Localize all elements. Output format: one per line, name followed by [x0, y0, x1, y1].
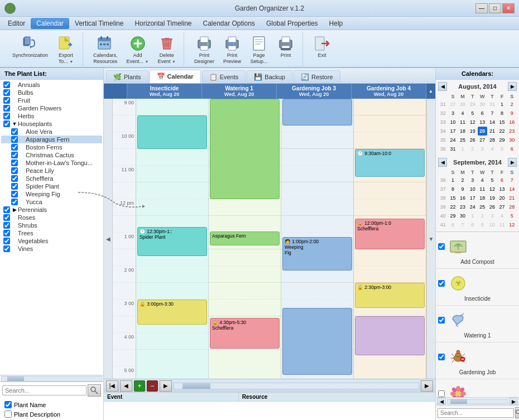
cal-event-spider-plant[interactable]: 🕐 12:30pm-1:: Spider Plant	[137, 227, 207, 256]
delete-event-button[interactable]: DeleteEvent ▼	[155, 32, 179, 67]
page-setup-icon	[250, 35, 268, 52]
tree-item-weeping-fig[interactable]: Weeping Fig	[1, 190, 102, 198]
print-preview-button[interactable]: PrintPreview	[220, 32, 244, 67]
page-setup-button[interactable]: PageSetup...	[247, 32, 271, 67]
cal-event-job3-1[interactable]	[282, 99, 352, 125]
right-scrollbar-track[interactable]	[447, 399, 508, 404]
cal-event-weeping-fig[interactable]: 🧑 1:00pm-2:00 Weeping Fig	[282, 237, 352, 271]
plant-description-checkbox[interactable]	[4, 411, 12, 418]
nav-prev[interactable]: ◀	[120, 380, 132, 392]
aug-next-btn[interactable]: ▶	[508, 82, 517, 91]
menu-calendar-options[interactable]: Calendar Options	[197, 18, 260, 29]
tab-plants[interactable]: 🌿 Plants	[106, 70, 148, 83]
tree-item-yucca[interactable]: Yucca	[1, 198, 102, 206]
cal-event-schefflera-job4[interactable]: 🔒 12:00pm-1:0 Schefflera	[355, 219, 425, 249]
menu-vertical-timeline[interactable]: Vertical Timeline	[69, 18, 129, 29]
right-scroll-left[interactable]: ◀	[437, 398, 446, 405]
cal-event-job3-large[interactable]	[282, 308, 352, 375]
tree-item-houseplants[interactable]: ▼Houseplants	[1, 120, 102, 128]
nav-next[interactable]: ▶	[421, 380, 433, 392]
tree-item-vines[interactable]: Vines	[1, 245, 102, 253]
time-3: 3 00	[113, 300, 136, 316]
cal-nav-left[interactable]: ◀	[104, 99, 113, 379]
cal-event-watering-large[interactable]	[210, 99, 280, 199]
resource-insecticide[interactable]: ☣ Insecticide	[436, 269, 519, 306]
resource-gardening-job2[interactable]: Gardening Job	[436, 379, 519, 397]
maximize-button[interactable]: □	[489, 3, 501, 13]
title-bar: 🌿 Garden Organizer v.1.2 — □ ✕	[0, 0, 519, 17]
cal-event-job4-1[interactable]: 🕐 9:30am-10:0	[355, 149, 425, 177]
cal-event-job4-yellow[interactable]: 🔒 2:30pm-3:00	[355, 283, 425, 308]
tree-item-mothers-tongue[interactable]: Mother-in-Law's Tongu...	[1, 159, 102, 167]
cal-event-insecticide-1[interactable]	[137, 115, 207, 149]
tree-item-roses[interactable]: Roses	[1, 214, 102, 221]
minimize-button[interactable]: —	[475, 3, 488, 13]
sep-next-btn[interactable]: ▶	[508, 158, 517, 167]
menu-global-properties[interactable]: Global Properties	[261, 18, 324, 29]
tree-item-christmas-cactus[interactable]: Christmas Cactus	[1, 151, 102, 159]
nav-first[interactable]: |◀	[106, 380, 118, 392]
plant-description-checkbox-row: Plant Description	[2, 409, 101, 419]
cal-nav-right[interactable]: ▼	[426, 99, 435, 379]
tree-item-garden-flowers[interactable]: Garden Flowers	[1, 104, 102, 112]
left-search-input[interactable]	[2, 385, 86, 395]
nav-delete[interactable]: −	[147, 380, 158, 392]
tree-item-schefflera[interactable]: Schefflera	[1, 175, 102, 182]
menu-editor[interactable]: Editor	[2, 18, 31, 29]
close-button[interactable]: ✕	[502, 3, 515, 13]
tree-item-spider-plant[interactable]: Spider Plant	[1, 182, 102, 190]
tree-item-herbs[interactable]: Herbs	[1, 112, 102, 120]
exit-icon	[313, 35, 331, 52]
nav-add[interactable]: +	[134, 380, 145, 392]
tree-item-asparagus-fern[interactable]: Asparagus Fern	[1, 136, 102, 143]
left-search-button[interactable]	[88, 384, 101, 397]
tree-item-peace-lily[interactable]: Peace Lily	[1, 167, 102, 175]
svg-rect-2	[59, 37, 69, 49]
tree-item-fruit[interactable]: Fruit	[1, 96, 102, 104]
tree-item-aloe-vera[interactable]: Aloe Vera	[1, 128, 102, 136]
right-search-input[interactable]	[438, 408, 514, 418]
resource-watering1[interactable]: Watering 1	[436, 306, 519, 342]
tab-restore[interactable]: 🔄 Restore	[294, 70, 340, 83]
export-button[interactable]: ExportTo... ▼	[54, 32, 78, 67]
menu-help[interactable]: Help	[324, 18, 349, 29]
exit-button[interactable]: Exit	[310, 32, 334, 61]
cal-event-asparagus-fern[interactable]: Asparagus Fern	[210, 231, 280, 245]
cal-event-job4-lavender[interactable]	[355, 316, 425, 355]
tab-calendar[interactable]: 📅 Calendar	[150, 70, 201, 83]
tree-item-shrubs[interactable]: Shrubs	[1, 221, 102, 229]
aug-prev-btn[interactable]: ◀	[438, 82, 447, 91]
cal-event-schefflera-watering[interactable]: 🔒 4:30pm-5:30 Schefflera	[210, 318, 280, 349]
svg-rect-9	[103, 44, 105, 45]
tree-item-trees[interactable]: Trees	[1, 229, 102, 237]
tab-backup[interactable]: 💾 Backup	[247, 70, 292, 83]
svg-text:☣: ☣	[455, 278, 462, 287]
print-button[interactable]: Print	[273, 32, 298, 67]
tree-item-bulbs[interactable]: Bulbs	[1, 89, 102, 96]
tab-events[interactable]: 📋 Events	[202, 70, 246, 83]
cal-event-3pm[interactable]: 🔒 3:00pm-3:30	[137, 300, 207, 325]
menu-horizontal-timeline[interactable]: Horizontal Timeline	[129, 18, 197, 29]
synchronization-button[interactable]: Synchronization	[9, 32, 51, 67]
plant-name-checkbox[interactable]	[4, 401, 12, 408]
add-compost-icon	[447, 235, 469, 258]
ribbon-group-print: PrintDesigner PrintPreview	[186, 32, 303, 74]
calendars-resources-button[interactable]: Calendars,Resources	[90, 32, 121, 67]
sep-prev-btn[interactable]: ◀	[438, 158, 447, 167]
resource-gardening-job[interactable]: Gardening Job	[436, 342, 519, 379]
right-scroll-right[interactable]: ▶	[509, 398, 518, 405]
right-search-button[interactable]	[515, 407, 519, 418]
menu-calendar[interactable]: Calendar	[31, 18, 69, 29]
calendar-h-scrollbar[interactable]	[174, 383, 419, 389]
left-h-scrollbar[interactable]	[0, 375, 103, 382]
print-designer-button[interactable]: PrintDesigner	[191, 32, 218, 67]
scroll-up-btn[interactable]: ▲	[426, 84, 435, 99]
add-event-button[interactable]: AddEvent... ▼	[123, 32, 152, 67]
nav-right-arrow[interactable]: ▶	[160, 380, 172, 392]
resource-add-compost[interactable]: Add Compost	[436, 232, 519, 269]
tree-item-boston-ferns[interactable]: Boston Ferns	[1, 143, 102, 151]
tree-item-vegetables[interactable]: Vegetables	[1, 237, 102, 245]
tree-item-perennials[interactable]: ▶Perennials	[1, 206, 102, 214]
tree-item-annuals[interactable]: Annuals	[1, 81, 102, 89]
ribbon: Synchronization ExportTo... ▼ File	[0, 30, 519, 68]
